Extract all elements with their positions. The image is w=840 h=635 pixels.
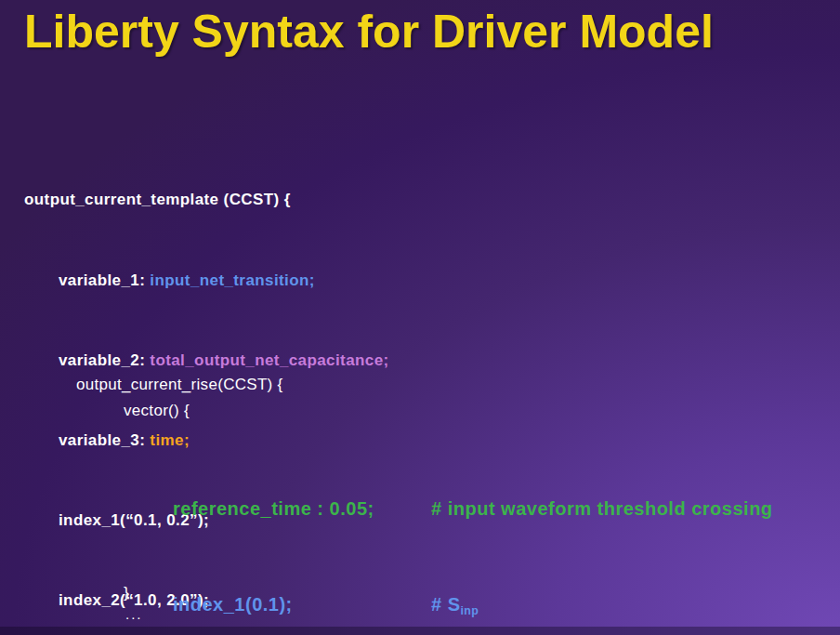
slide-title: Liberty Syntax for Driver Model [24, 5, 714, 59]
comment-symbol: # S [431, 594, 461, 615]
variable-label: variable_3: [59, 431, 150, 449]
variable-label: variable_1: [59, 271, 150, 289]
code-line-output-current-rise: output_current_rise(CCST) { [76, 376, 283, 394]
code-comment: # input waveform threshold crossing [431, 498, 773, 519]
code-text: output_current_rise(CCST) { [76, 376, 283, 393]
code-line-vector-close: } [124, 584, 129, 602]
code-text: reference_time : 0.05; [173, 493, 431, 524]
code-line-vector-index-1: index_1(0.1);# Sinp [173, 589, 773, 623]
code-line-reference-time: reference_time : 0.05;# input waveform t… [173, 493, 773, 524]
code-line-template-header: output_current_template (CCST) { [24, 187, 389, 214]
code-text: output_current_template (CCST) { [24, 191, 291, 208]
slide: Liberty Syntax for Driver Model output_c… [0, 0, 840, 635]
code-line-vector-open: vector() { [124, 402, 190, 420]
comment-subscript: inp [461, 604, 479, 617]
variable-label: variable_2: [59, 351, 150, 369]
variable-value: input_net_transition; [150, 271, 314, 289]
code-text: index_1(0.1); [173, 589, 431, 620]
vector-body-block: reference_time : 0.05;# input waveform t… [173, 429, 773, 635]
code-line-variable-2: variable_2: total_output_net_capacitance… [24, 348, 389, 375]
code-comment: # Sinp [431, 594, 479, 615]
ellipsis-text: ... [125, 606, 143, 622]
variable-value: total_output_net_capacitance; [150, 351, 388, 369]
code-line-variable-1: variable_1: input_net_transition; [24, 268, 389, 295]
bottom-edge-bar [0, 627, 840, 635]
code-text: vector() { [124, 402, 190, 419]
code-text: } [124, 584, 129, 602]
